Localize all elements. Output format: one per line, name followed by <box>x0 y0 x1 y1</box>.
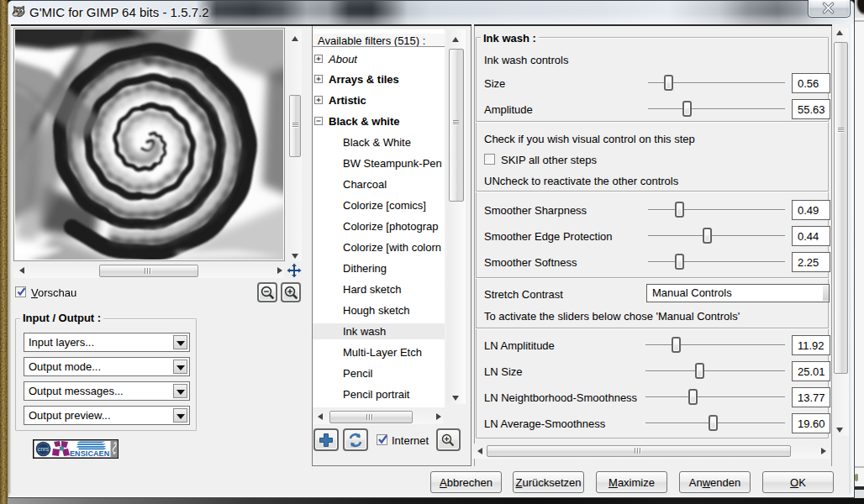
svg-text:ENSICAEN: ENSICAEN <box>70 449 109 458</box>
svg-text:cnrs: cnrs <box>38 446 50 452</box>
